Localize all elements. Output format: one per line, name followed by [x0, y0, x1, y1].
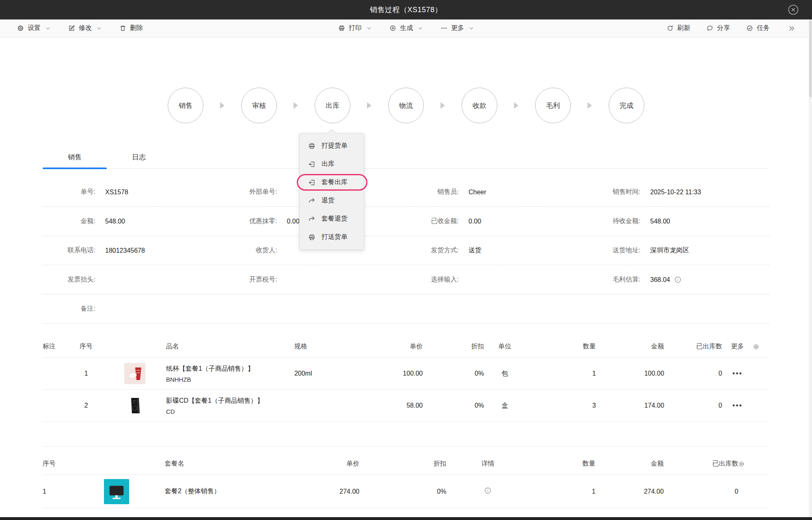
cell-more: •••: [722, 390, 753, 422]
delete-label: 删除: [130, 24, 143, 32]
cell-mark: [43, 358, 68, 390]
share-button[interactable]: 分享: [706, 24, 730, 32]
field-salesperson: 销售员:Cheer: [406, 188, 588, 196]
field-tax-no: 开票税号:: [225, 275, 406, 284]
menu-item-print-delivery-note[interactable]: 打送货单: [300, 228, 364, 246]
share-label: 分享: [717, 24, 730, 32]
scrollbar-thumb[interactable]: [809, 20, 812, 97]
bundle-image-monitor: [104, 479, 129, 504]
flow-step-profit[interactable]: 毛利: [535, 88, 571, 123]
tab-log[interactable]: 日志: [107, 148, 171, 168]
flow-step-collection[interactable]: 收款: [462, 88, 497, 123]
col-qty: 数量: [529, 447, 595, 475]
cell-qty: 3: [525, 390, 596, 422]
toolbar-right-group: 刷新 分享 任务: [474, 24, 795, 32]
item-row: 1 纸杯【套餐1（子商品销售）】 BNHHZB 200ml 100.00 0% …: [43, 358, 769, 390]
collapse-toolbar-button[interactable]: [788, 25, 795, 32]
bundle-detail-info-icon[interactable]: [484, 487, 492, 494]
menu-item-print-pick-list[interactable]: 打提货单: [300, 137, 364, 155]
print-button[interactable]: 打印: [338, 24, 371, 32]
cell-settings: [753, 358, 769, 390]
gear-icon: [17, 25, 24, 32]
flow-arrow-icon: [514, 102, 518, 109]
double-chevron-right-icon: [788, 25, 795, 32]
cell-detail: [446, 475, 529, 508]
menu-item-return[interactable]: 退货: [300, 191, 364, 210]
ellipsis-icon: [441, 25, 447, 32]
flow-arrow-icon: [294, 102, 298, 109]
col-settings: [738, 447, 769, 475]
flow-step-label: 出库: [326, 101, 339, 110]
cell-image: [68, 475, 165, 508]
product-image-cd: [124, 395, 145, 416]
field-sale-time: 销售时间:2025-10-22 11:33: [588, 188, 770, 196]
menu-item-label: 出库: [322, 160, 335, 168]
printer-icon: [338, 25, 345, 32]
field-remark: 备注:: [43, 305, 225, 313]
form-row: 备注:: [43, 294, 769, 324]
cell-settings: [738, 475, 769, 508]
flow-step-label: 物流: [399, 101, 413, 110]
trash-icon: [119, 25, 126, 32]
tab-label: 销售: [68, 153, 82, 161]
flow-step-label: 完成: [620, 101, 633, 110]
cell-name: 影碟CD【套餐1（子商品销售）】 CD: [166, 390, 290, 422]
settings-button[interactable]: 设置: [17, 24, 50, 32]
cell-mark: [43, 390, 68, 422]
form-row: 单号:XS1578 外部单号: 销售员:Cheer 销售时间:2025-10-2…: [43, 178, 769, 207]
table-settings-icon[interactable]: [738, 461, 769, 467]
more-label: 更多: [451, 24, 464, 32]
info-icon[interactable]: [674, 276, 682, 284]
close-button[interactable]: [788, 4, 799, 15]
flow-arrow-icon: [441, 102, 445, 109]
col-detail: 详情: [446, 447, 529, 475]
flow-step-outbound[interactable]: 出库: [315, 88, 350, 123]
task-button[interactable]: 任务: [746, 24, 770, 32]
printer-icon: [308, 234, 315, 241]
row-more-button[interactable]: •••: [732, 402, 743, 410]
chevron-down-icon: [97, 26, 102, 31]
tab-label: 日志: [132, 153, 146, 161]
cell-name: 纸杯【套餐1（子商品销售）】 BNHHZB: [166, 358, 290, 390]
flow-step-label: 毛利: [546, 101, 560, 110]
delete-button[interactable]: 删除: [119, 24, 143, 32]
cell-price: 100.00: [373, 358, 423, 390]
refresh-icon: [667, 25, 674, 32]
col-index: 序号: [68, 339, 104, 358]
field-phone: 联系电话:18012345678: [43, 246, 225, 255]
modify-label: 修改: [79, 24, 92, 32]
cell-discount: 0%: [423, 358, 484, 390]
tab-sales[interactable]: 销售: [43, 148, 107, 168]
generate-label: 生成: [400, 24, 413, 32]
row-more-button[interactable]: •••: [732, 370, 743, 378]
menu-item-bundle-return[interactable]: 套餐退货: [300, 210, 364, 228]
vertical-scrollbar[interactable]: [809, 19, 812, 517]
cell-settings: [753, 390, 769, 422]
process-flow: 销售 审核 出库 物流 收款 毛利 完成: [0, 88, 812, 123]
more-button[interactable]: 更多: [441, 24, 474, 32]
return-arrow-icon: [308, 215, 315, 223]
generate-button[interactable]: 生成: [389, 24, 423, 32]
field-receivable: 待收金额:548.00: [588, 217, 770, 226]
field-amount: 金额:548.00: [43, 217, 225, 226]
col-image: [68, 447, 165, 475]
flow-step-logistics[interactable]: 物流: [388, 88, 424, 123]
flow-step-review[interactable]: 审核: [241, 88, 277, 123]
modify-button[interactable]: 修改: [68, 24, 102, 32]
cell-amount: 274.00: [596, 475, 664, 508]
field-order-no: 单号:XS1578: [43, 188, 225, 196]
field-invoice-title: 发票抬头:: [43, 275, 225, 284]
menu-item-outbound[interactable]: 出库: [300, 155, 364, 173]
edit-icon: [68, 25, 75, 32]
chevron-down-icon: [367, 26, 371, 31]
printer-icon: [308, 142, 315, 150]
cell-unit: 盒: [484, 390, 525, 422]
col-amount: 金额: [596, 339, 664, 358]
table-settings-icon[interactable]: [753, 344, 769, 350]
flow-step-label: 收款: [473, 101, 486, 110]
col-price: 单价: [281, 447, 359, 475]
flow-step-complete[interactable]: 完成: [609, 88, 644, 123]
refresh-button[interactable]: 刷新: [667, 24, 690, 32]
menu-item-bundle-outbound[interactable]: 套餐出库: [300, 173, 364, 191]
flow-step-sales[interactable]: 销售: [168, 88, 203, 123]
